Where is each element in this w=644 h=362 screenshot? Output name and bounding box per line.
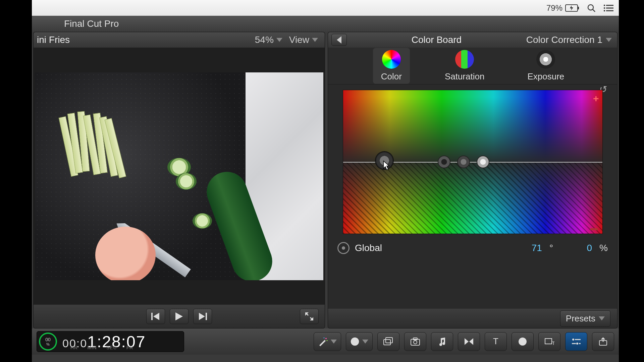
svg-point-13 <box>324 338 325 339</box>
chevron-down-icon <box>331 340 337 344</box>
correction-name: Color Correction 1 <box>526 35 602 45</box>
timecode-display[interactable]: 00 % 00:01:28:07 HR MIN SEC FR <box>37 331 184 352</box>
viewer-view-dropdown[interactable]: View <box>286 35 321 45</box>
hue-value-field[interactable]: 71 <box>519 243 542 253</box>
titles-browser-button[interactable]: T <box>485 332 507 351</box>
viewer-header: ini Fries 54% View <box>34 32 325 48</box>
bottom-toolbar: 00 % 00:01:28:07 HR MIN SEC FR <box>32 328 619 355</box>
svg-text:T: T <box>552 341 554 346</box>
minus-icon <box>590 228 598 230</box>
svg-rect-25 <box>545 339 552 344</box>
clip-title: ini Fries <box>37 35 252 45</box>
next-frame-button[interactable] <box>193 309 212 324</box>
svg-text:T: T <box>493 337 498 346</box>
inspector-back-button[interactable] <box>331 34 347 46</box>
svg-text:2: 2 <box>522 340 524 344</box>
battery-charging-icon <box>565 4 579 12</box>
exposure-icon <box>536 50 555 69</box>
svg-rect-9 <box>606 10 613 11</box>
photos-browser-button[interactable] <box>404 332 426 351</box>
share-button[interactable] <box>592 332 614 351</box>
puck-midtones[interactable] <box>457 156 470 168</box>
video-frame <box>35 72 323 280</box>
hue-unit: ° <box>549 243 553 253</box>
svg-rect-1 <box>578 7 579 9</box>
menu-list-icon[interactable] <box>603 4 613 12</box>
tab-exposure[interactable]: Exposure <box>519 48 572 84</box>
color-wheel-icon <box>382 50 401 69</box>
puck-shadows[interactable] <box>438 156 450 168</box>
plus-icon: + <box>593 93 599 104</box>
selected-puck-label: Global <box>355 243 382 253</box>
app-titlebar: Final Cut Pro <box>32 16 619 32</box>
svg-point-14 <box>327 340 328 341</box>
svg-rect-28 <box>575 339 581 340</box>
battery-percent: 79% <box>546 3 562 13</box>
puck-global[interactable] <box>376 152 393 169</box>
svg-point-29 <box>576 343 578 345</box>
inspector-header: Color Board Color Correction 1 <box>328 32 617 48</box>
retime-menu-button[interactable] <box>346 332 373 351</box>
transitions-browser-button[interactable] <box>458 332 480 351</box>
chevron-down-icon <box>599 316 605 320</box>
background-task-dial[interactable]: 00 % <box>39 333 57 351</box>
app-name: Final Cut Pro <box>64 18 119 29</box>
svg-rect-16 <box>384 340 390 345</box>
tab-exposure-label: Exposure <box>527 71 564 82</box>
svg-rect-10 <box>151 313 153 320</box>
puck-value-row: Global 71 ° 0 % <box>328 237 617 259</box>
svg-point-12 <box>325 338 327 339</box>
generators-browser-button[interactable]: 2 <box>512 332 534 351</box>
play-button[interactable] <box>170 309 189 324</box>
viewer-panel: ini Fries 54% View <box>33 32 325 328</box>
inspector-toggle-button[interactable] <box>565 332 587 351</box>
svg-line-3 <box>593 9 595 12</box>
svg-rect-7 <box>606 7 613 8</box>
fullscreen-button[interactable] <box>300 309 319 324</box>
effects-browser-button[interactable] <box>377 332 399 351</box>
viewer-canvas[interactable] <box>34 48 325 305</box>
svg-point-4 <box>604 4 605 6</box>
svg-rect-31 <box>579 343 581 344</box>
chevron-down-icon <box>362 340 368 344</box>
puck-highlights[interactable] <box>477 156 489 168</box>
correction-dropdown[interactable]: Color Correction 1 <box>526 35 617 45</box>
svg-point-20 <box>414 341 417 344</box>
inspector-title: Color Board <box>347 35 526 45</box>
inspector-footer: Presets <box>328 309 617 328</box>
presets-dropdown[interactable]: Presets <box>560 310 610 327</box>
svg-point-8 <box>604 10 605 11</box>
transport-bar <box>34 305 325 328</box>
viewer-zoom-value: 54% <box>255 35 274 45</box>
svg-rect-5 <box>606 5 613 6</box>
chevron-down-icon <box>606 38 612 42</box>
spotlight-search-icon[interactable] <box>587 3 596 13</box>
viewer-view-label: View <box>289 35 309 45</box>
svg-point-6 <box>604 7 605 8</box>
svg-point-2 <box>588 5 593 10</box>
svg-rect-30 <box>572 343 576 344</box>
color-board[interactable]: + <box>343 90 603 234</box>
viewer-zoom-dropdown[interactable]: 54% <box>252 35 286 45</box>
reset-puck-button[interactable] <box>337 242 350 254</box>
pct-unit: % <box>599 243 608 253</box>
tab-color[interactable]: Color <box>373 48 410 84</box>
saturation-icon <box>455 50 474 69</box>
enhance-menu-button[interactable] <box>314 332 341 351</box>
colorboard-tabs: Color Saturation Exposure <box>328 48 617 84</box>
music-browser-button[interactable] <box>431 332 453 351</box>
svg-rect-17 <box>386 338 392 343</box>
themes-browser-button[interactable]: T <box>538 332 560 351</box>
battery-indicator: 79% <box>546 3 579 13</box>
svg-point-27 <box>572 339 574 341</box>
presets-label: Presets <box>566 313 595 324</box>
tab-color-label: Color <box>381 71 402 82</box>
chevron-down-icon <box>276 38 282 42</box>
pct-value-field[interactable]: 0 <box>569 243 592 253</box>
timecode-labels: HR MIN SEC FR <box>70 345 133 350</box>
chevron-down-icon <box>312 38 318 42</box>
prev-frame-button[interactable] <box>146 309 165 324</box>
tab-saturation[interactable]: Saturation <box>437 48 493 84</box>
macos-menubar: 79% <box>32 0 619 16</box>
svg-rect-11 <box>206 313 207 320</box>
